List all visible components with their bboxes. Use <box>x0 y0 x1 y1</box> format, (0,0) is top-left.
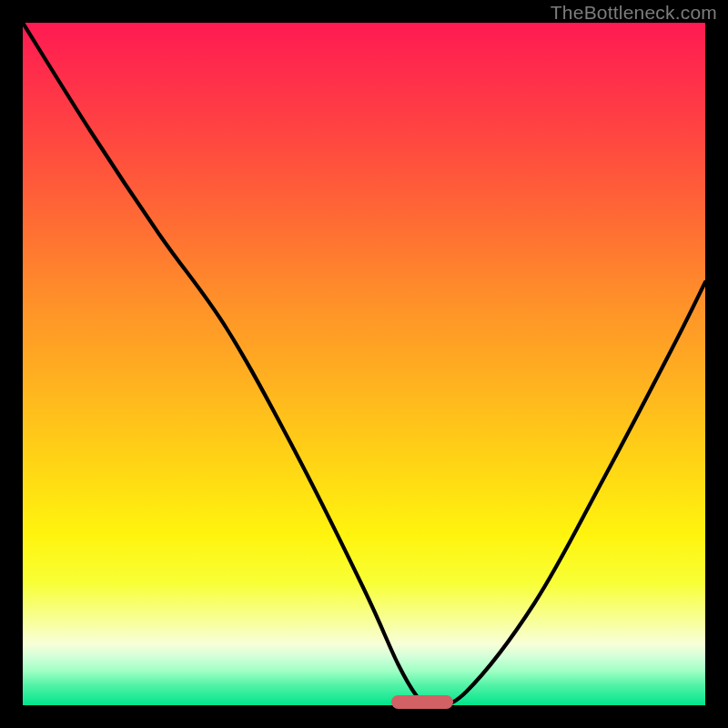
curve-path <box>23 23 705 705</box>
attribution-label: TheBottleneck.com <box>551 2 717 24</box>
chart-frame: TheBottleneck.com <box>0 0 728 728</box>
minimum-marker <box>391 695 453 709</box>
plot-area <box>23 23 705 705</box>
bottleneck-curve <box>23 23 705 705</box>
